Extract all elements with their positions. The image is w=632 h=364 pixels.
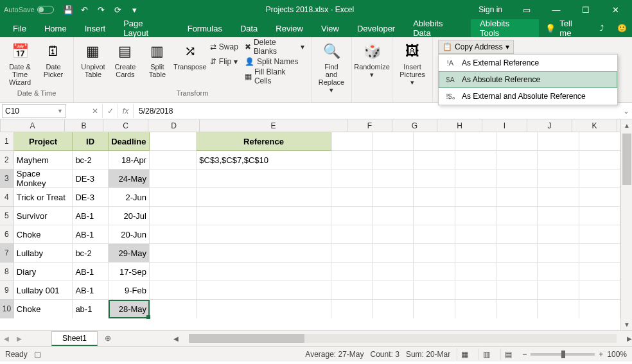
cell[interactable] [331,263,373,281]
tab-data[interactable]: Data [231,19,267,37]
header-cell[interactable]: Reference [197,132,331,151]
cell[interactable]: Space Monkey [14,169,73,188]
flip-button[interactable]: ⇵Flip▾ [209,55,240,69]
cell[interactable] [579,169,620,188]
cell[interactable] [150,151,197,169]
name-box[interactable]: C10▼ [2,104,66,118]
zoom-slider[interactable] [531,353,595,356]
page-break-view-icon[interactable]: ▤ [500,349,516,360]
expand-formula-icon[interactable]: ⌄ [620,107,632,116]
row-header[interactable]: 10 [0,300,14,318]
cell[interactable] [373,263,414,281]
cell[interactable] [197,263,331,281]
cell[interactable] [197,207,331,225]
cell[interactable]: DE-3 [73,188,108,207]
cell[interactable]: 17-Sep [109,263,150,281]
cell[interactable] [197,300,331,318]
cell[interactable] [150,244,197,263]
fill-blank-cells-button[interactable]: ▦Fill Blank Cells [243,69,306,83]
cell[interactable] [150,300,197,318]
column-header[interactable]: A [1,119,65,132]
sign-in-link[interactable]: Sign in [478,5,502,14]
copy-address-button[interactable]: 📋 Copy Address ▾ [438,40,514,54]
insert-pictures-button[interactable]: 🖼Insert Pictures ▾ [398,40,427,87]
cell[interactable]: 2-Jun [109,188,150,207]
cell[interactable] [538,169,579,188]
cell[interactable] [331,281,373,300]
column-header[interactable]: K [572,119,617,132]
cell[interactable]: ab-1 [73,300,108,318]
formula-input[interactable]: 5/28/2018 [134,104,620,118]
cell[interactable] [579,207,620,225]
column-header[interactable]: E [200,119,347,132]
save-icon[interactable]: 💾 [62,3,75,16]
header-cell[interactable] [150,132,197,151]
header-cell[interactable] [373,132,414,151]
cell[interactable] [496,244,538,263]
cell[interactable]: AB-1 [73,225,108,244]
split-table-button[interactable]: ▥Split Table [143,40,171,80]
header-cell[interactable]: Project [14,132,73,151]
cell[interactable] [538,207,579,225]
cell[interactable]: Mayhem [14,151,73,169]
cell[interactable]: AB-1 [73,263,108,281]
cell[interactable] [455,263,496,281]
header-cell[interactable] [414,132,455,151]
normal-view-icon[interactable]: ▦ [457,349,472,360]
column-header[interactable]: B [65,119,103,132]
tab-page-layout[interactable]: Page Layout [114,19,179,37]
tab-view[interactable]: View [312,19,348,37]
cell[interactable] [197,169,331,188]
cell[interactable] [455,281,496,300]
cell[interactable] [538,281,579,300]
cell[interactable] [331,244,373,263]
cell[interactable]: Trick or Treat [14,188,73,207]
feedback-icon[interactable]: 🙂 [612,19,632,37]
sheet-tab-1[interactable]: Sheet1 [51,331,98,346]
cell[interactable] [455,169,496,188]
header-cell[interactable] [455,132,496,151]
header-cell[interactable] [538,132,579,151]
scroll-up-icon[interactable]: ▲ [621,119,632,131]
header-cell[interactable]: ID [73,132,108,151]
cancel-formula-icon[interactable]: ✕ [87,104,103,118]
cell[interactable] [414,300,455,318]
maximize-icon[interactable]: ☐ [573,1,599,19]
row-header[interactable]: 8 [0,263,14,281]
cell[interactable] [414,188,455,207]
cell[interactable] [579,151,620,169]
cell[interactable]: Choke [14,300,73,318]
split-names-button[interactable]: 👤Split Names [243,55,306,69]
cell[interactable]: AB-1 [73,281,108,300]
header-cell[interactable] [331,132,373,151]
cell[interactable]: bc-2 [73,244,108,263]
cell[interactable] [455,151,496,169]
cell[interactable] [538,151,579,169]
cell[interactable] [496,263,538,281]
header-cell[interactable]: Deadline [109,132,150,151]
zoom-level[interactable]: 100% [607,350,627,359]
scroll-left-icon[interactable]: ◀ [173,335,179,342]
cell[interactable] [414,225,455,244]
header-cell[interactable] [496,132,538,151]
cell[interactable] [150,281,197,300]
column-header[interactable]: H [437,119,482,132]
cell[interactable] [538,263,579,281]
row-header[interactable]: 5 [0,207,14,225]
cell[interactable] [496,207,538,225]
cell[interactable] [373,169,414,188]
cell[interactable]: Choke [14,225,73,244]
menu-absolute-reference[interactable]: $AAs Absolute Reference [439,71,617,88]
enter-formula-icon[interactable]: ✓ [103,104,118,118]
redo-icon[interactable]: ↷ [95,3,108,16]
fx-icon[interactable]: fx [118,104,134,118]
next-sheet-icon[interactable]: ▶ [13,335,26,342]
menu-external-absolute-reference[interactable]: !$ₐAs External and Absolute Reference [439,88,617,105]
cell[interactable] [538,300,579,318]
cell[interactable]: 20-Jun [109,225,150,244]
cell[interactable] [197,188,331,207]
column-header[interactable]: J [527,119,572,132]
cell[interactable]: AB-1 [73,207,108,225]
column-header[interactable]: F [347,119,392,132]
delete-blanks-button[interactable]: ✖Delete Blanks▾ [243,40,306,54]
